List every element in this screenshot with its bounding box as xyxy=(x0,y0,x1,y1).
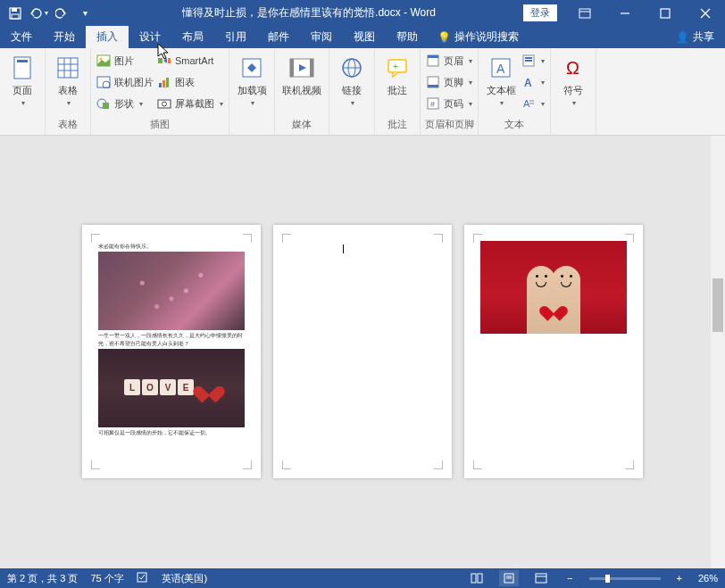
page1-text3: 可相聚仅是一段感情的开始，它不能保证一切。 xyxy=(98,429,245,436)
ribbon-group-addins: 加载项▾ xyxy=(229,48,275,135)
svg-rect-47 xyxy=(525,57,532,59)
tab-insert[interactable]: 插入 xyxy=(86,26,129,48)
svg-text:A: A xyxy=(524,77,532,88)
web-layout-button[interactable] xyxy=(531,570,551,586)
page-number-button[interactable]: #页码▾ xyxy=(424,93,474,114)
wordart-button[interactable]: A▾ xyxy=(520,71,546,93)
tab-file[interactable]: 文件 xyxy=(0,26,43,48)
tab-help[interactable]: 帮助 xyxy=(386,26,429,48)
footer-button[interactable]: 页脚▾ xyxy=(424,71,474,93)
symbol-button[interactable]: Ω 符号▾ xyxy=(554,50,592,107)
share-button[interactable]: 👤 共享 xyxy=(665,26,725,48)
login-button[interactable]: 登录 xyxy=(523,4,557,21)
addins-button[interactable]: 加载项▾ xyxy=(233,50,271,107)
svg-rect-60 xyxy=(536,574,546,583)
header-button[interactable]: 页眉▾ xyxy=(424,50,474,71)
page-number-icon: # xyxy=(426,96,440,111)
page1-text2: 一生一世一双人，一段感情长长久久，是大约心中憧憬美的时光，谁不希望自己能有美人白… xyxy=(98,332,245,347)
document-page-2[interactable] xyxy=(273,225,452,478)
pages-button[interactable]: 页面▾ xyxy=(4,50,41,107)
zoom-level[interactable]: 26% xyxy=(698,573,718,584)
smartart-button[interactable]: SmartArt xyxy=(155,50,225,71)
smartart-icon xyxy=(157,54,171,68)
ribbon-group-text: A 文本框▾ ▾ A▾ A▾ 文本 xyxy=(479,48,551,135)
comment-button[interactable]: + 批注 xyxy=(379,50,416,97)
symbol-icon: Ω xyxy=(559,54,588,82)
svg-rect-56 xyxy=(478,574,482,583)
save-button[interactable] xyxy=(5,4,25,23)
ribbon-group-symbols: Ω 符号▾ xyxy=(551,48,596,135)
shapes-icon xyxy=(96,96,111,111)
svg-rect-11 xyxy=(58,58,78,78)
tab-design[interactable]: 设计 xyxy=(129,26,171,48)
svg-rect-23 xyxy=(168,58,171,63)
tab-mailings[interactable]: 邮件 xyxy=(257,26,300,48)
vertical-scrollbar[interactable] xyxy=(711,136,725,568)
chart-icon xyxy=(157,75,171,89)
tab-view[interactable]: 视图 xyxy=(343,26,386,48)
spell-check-icon[interactable] xyxy=(137,571,149,585)
tell-me-label: 操作说明搜索 xyxy=(454,29,519,45)
share-label: 共享 xyxy=(693,29,714,45)
online-pictures-button[interactable]: 联机图片 xyxy=(95,71,155,93)
word-count[interactable]: 75 个字 xyxy=(90,572,123,585)
document-page-1[interactable]: 未必能有你在得快乐。 一生一世一双人，一段感情长长久久，是大约心中憧憬美的时光，… xyxy=(82,225,261,478)
drop-cap-button[interactable]: A▾ xyxy=(520,93,546,114)
tab-home[interactable]: 开始 xyxy=(43,26,86,48)
svg-rect-26 xyxy=(166,78,169,87)
tell-me-search[interactable]: 💡 操作说明搜索 xyxy=(429,26,528,48)
tab-references[interactable]: 引用 xyxy=(214,26,257,48)
document-page-3[interactable] xyxy=(464,225,643,478)
print-layout-button[interactable] xyxy=(499,570,519,586)
zoom-out-button[interactable]: − xyxy=(563,573,576,584)
svg-rect-22 xyxy=(158,58,162,63)
page1-image-flowers[interactable] xyxy=(98,252,245,330)
ribbon-group-links: 链接▾ xyxy=(329,48,375,135)
minimize-button[interactable] xyxy=(604,0,645,26)
close-button[interactable] xyxy=(685,0,725,26)
svg-rect-55 xyxy=(471,574,476,583)
quick-parts-button[interactable]: ▾ xyxy=(520,50,546,71)
ribbon: 页面▾ 表格▾ 表格 图片 联机图片 形状▾ SmartArt 图表 屏幕截图▾ xyxy=(0,48,725,136)
shapes-button[interactable]: 形状▾ xyxy=(95,93,155,114)
screenshot-button[interactable]: 屏幕截图▾ xyxy=(155,93,225,114)
tab-review[interactable]: 审阅 xyxy=(300,26,343,48)
online-picture-icon xyxy=(96,75,111,89)
lightbulb-icon: 💡 xyxy=(438,31,451,44)
chart-button[interactable]: 图表 xyxy=(155,71,225,93)
ribbon-group-tables: 表格▾ 表格 xyxy=(46,48,91,135)
tab-layout[interactable]: 布局 xyxy=(171,26,214,48)
language-status[interactable]: 英语(美国) xyxy=(162,572,207,585)
svg-rect-41 xyxy=(428,85,438,87)
online-video-button[interactable]: 联机视频 xyxy=(279,50,325,97)
svg-rect-39 xyxy=(428,55,438,58)
zoom-in-button[interactable]: + xyxy=(673,573,686,584)
quick-parts-icon xyxy=(521,54,536,68)
redo-button[interactable] xyxy=(52,4,71,23)
share-icon: 👤 xyxy=(676,31,689,44)
screenshot-icon xyxy=(157,96,171,111)
textbox-button[interactable]: A 文本框▾ xyxy=(482,50,520,107)
svg-rect-24 xyxy=(159,83,162,87)
svg-rect-32 xyxy=(310,59,313,77)
title-bar: ▾ ▾ 懂得及时止损，是你在感情里该有的觉悟.docx - Word 登录 xyxy=(0,0,725,26)
read-mode-button[interactable] xyxy=(467,570,487,586)
undo-button[interactable]: ▾ xyxy=(29,4,48,23)
table-button[interactable]: 表格▾ xyxy=(49,50,87,107)
svg-rect-31 xyxy=(290,59,294,77)
document-area[interactable]: 未必能有你在得快乐。 一生一世一双人，一段感情长长久久，是大约心中憧憬美的时光，… xyxy=(0,136,725,568)
footer-icon xyxy=(426,75,440,89)
scrollbar-thumb[interactable] xyxy=(712,278,723,332)
customize-qat[interactable]: ▾ xyxy=(75,4,95,23)
page3-image-fingers[interactable] xyxy=(480,241,627,334)
maximize-button[interactable] xyxy=(645,0,685,26)
svg-text:#: # xyxy=(430,100,435,109)
page-icon xyxy=(8,54,37,82)
zoom-slider[interactable] xyxy=(589,577,661,580)
ribbon-display-options[interactable] xyxy=(564,0,604,26)
pictures-button[interactable]: 图片 xyxy=(95,50,155,71)
page1-image-love[interactable]: LOVE xyxy=(98,349,245,427)
page-info[interactable]: 第 2 页，共 3 页 xyxy=(7,572,78,585)
links-button[interactable]: 链接▾ xyxy=(333,50,371,107)
ribbon-group-comments: + 批注 批注 xyxy=(375,48,421,135)
